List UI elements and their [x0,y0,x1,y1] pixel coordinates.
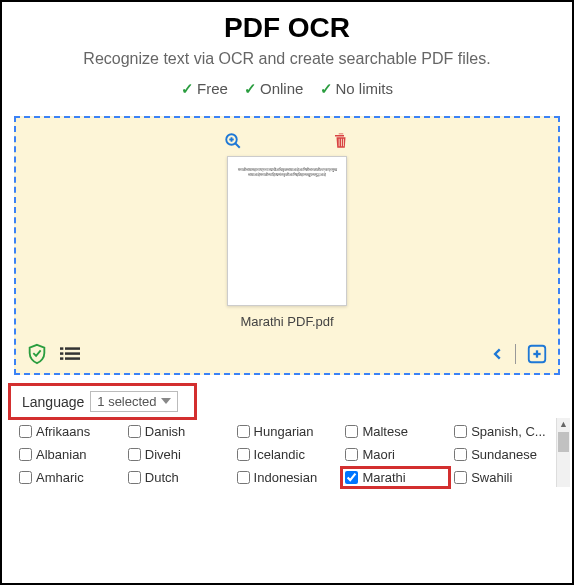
language-name: Marathi [362,470,405,485]
language-name: Divehi [145,447,181,462]
chevron-left-icon[interactable] [491,346,505,362]
language-selector-bar: Language 1 selected [10,385,195,418]
feature-nolimits: No limits [336,80,394,97]
language-checkbox[interactable] [237,471,250,484]
file-drop-zone[interactable]: मराठीभाषामहाराष्ट्रराज्याचीअधिकृतभाषाआहे… [14,116,560,375]
language-checkbox[interactable] [19,448,32,461]
language-name: Maltese [362,424,408,439]
language-checkbox[interactable] [237,425,250,438]
feature-free: Free [197,80,228,97]
language-option[interactable]: Icelandic [234,445,341,464]
language-checkbox[interactable] [128,448,141,461]
language-name: Maori [362,447,395,462]
language-checkbox[interactable] [454,448,467,461]
language-checkbox[interactable] [19,425,32,438]
page-title: PDF OCR [22,12,552,44]
language-name: Albanian [36,447,87,462]
language-checkbox[interactable] [237,448,250,461]
language-name: Indonesian [254,470,318,485]
language-selected-text: 1 selected [97,394,156,409]
language-option[interactable]: Swahili [451,468,558,487]
language-checkbox[interactable] [128,425,141,438]
check-icon: ✓ [244,80,257,97]
chevron-down-icon [161,398,171,406]
svg-rect-4 [60,347,63,350]
language-checkbox[interactable] [345,425,358,438]
language-checkbox[interactable] [345,448,358,461]
feature-list: ✓Free ✓Online ✓No limits [22,80,552,98]
language-name: Dutch [145,470,179,485]
svg-rect-7 [65,352,80,355]
language-option[interactable]: Hungarian [234,422,341,441]
feature-online: Online [260,80,303,97]
scroll-thumb[interactable] [558,432,569,452]
language-option[interactable]: Divehi [125,445,232,464]
zoom-in-icon[interactable] [224,132,242,150]
language-name: Icelandic [254,447,305,462]
svg-rect-6 [60,352,63,355]
check-icon: ✓ [181,80,194,97]
language-option[interactable]: Maltese [342,422,449,441]
language-option[interactable]: Spanish, C... [451,422,558,441]
file-name-label: Marathi PDF.pdf [240,314,333,329]
scroll-up-icon[interactable]: ▲ [557,419,570,429]
language-option[interactable]: Albanian [16,445,123,464]
language-name: Afrikaans [36,424,90,439]
svg-marker-13 [161,398,171,404]
svg-line-1 [235,143,240,148]
language-name: Amharic [36,470,84,485]
check-icon: ✓ [320,80,333,97]
page-subtitle: Recognize text via OCR and create search… [22,50,552,68]
language-option[interactable]: Maori [342,445,449,464]
language-option[interactable]: Marathi [342,468,449,487]
svg-rect-9 [65,357,80,360]
scrollbar[interactable]: ▲ [556,418,570,487]
file-thumbnail[interactable]: मराठीभाषामहाराष्ट्रराज्याचीअधिकृतभाषाआहे… [227,156,347,306]
language-checkbox[interactable] [19,471,32,484]
language-name: Sundanese [471,447,537,462]
add-file-icon[interactable] [526,343,548,365]
language-grid: AfrikaansDanishHungarianMalteseSpanish, … [16,422,558,487]
delete-icon[interactable] [332,132,350,150]
language-option[interactable]: Amharic [16,468,123,487]
language-name: Hungarian [254,424,314,439]
language-name: Danish [145,424,185,439]
list-view-icon[interactable] [60,345,80,363]
svg-rect-8 [60,357,63,360]
language-option[interactable]: Danish [125,422,232,441]
separator [515,344,516,364]
language-checkbox[interactable] [454,425,467,438]
svg-rect-5 [65,347,80,350]
language-option[interactable]: Indonesian [234,468,341,487]
language-name: Swahili [471,470,512,485]
language-option[interactable]: Dutch [125,468,232,487]
language-option[interactable]: Sundanese [451,445,558,464]
language-name: Spanish, C... [471,424,545,439]
language-checkbox[interactable] [128,471,141,484]
shield-icon[interactable] [26,343,48,365]
language-checkbox[interactable] [345,471,358,484]
language-checkbox[interactable] [454,471,467,484]
language-option[interactable]: Afrikaans [16,422,123,441]
language-dropdown[interactable]: 1 selected [90,391,177,412]
language-label: Language [22,394,84,410]
